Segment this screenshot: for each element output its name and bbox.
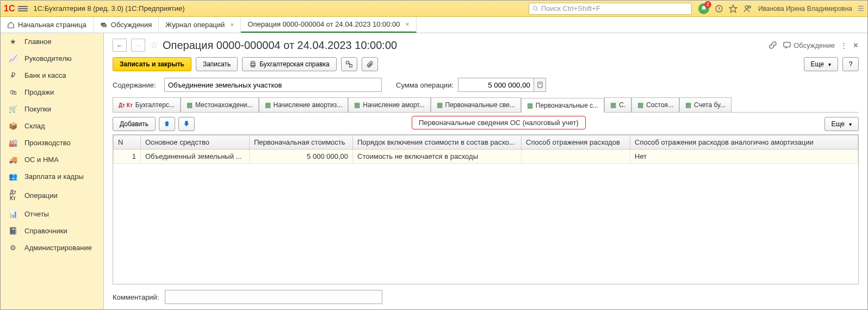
sidebar-item-production[interactable]: 🏭Производство xyxy=(1,134,103,151)
close-icon[interactable]: × xyxy=(230,21,234,29)
sidebar-item-purchases[interactable]: 🛒Покупки xyxy=(1,101,103,117)
more-button[interactable]: Еще▾ xyxy=(804,57,838,71)
doc-tab-accounting[interactable]: Дт КтБухгалтерс... xyxy=(113,97,181,112)
favorite-toggle[interactable]: ☆ xyxy=(150,39,158,51)
user-menu-icon[interactable]: ☰ xyxy=(858,4,864,13)
notifications-button[interactable]: 2 xyxy=(698,3,709,14)
svg-rect-15 xyxy=(538,82,542,88)
discussion-label: Обсуждение xyxy=(793,41,835,49)
schema-button[interactable] xyxy=(341,57,357,71)
chart-icon: 📈 xyxy=(8,54,18,63)
sidebar-item-warehouse[interactable]: 📦Склад xyxy=(1,117,103,134)
callout-tooltip: Первоначальные сведения ОС (налоговый уч… xyxy=(412,116,586,129)
close-button[interactable]: ✕ xyxy=(853,41,859,49)
svg-point-5 xyxy=(748,5,751,8)
menu-icon[interactable] xyxy=(18,5,28,13)
help-button[interactable]: ? xyxy=(842,57,859,71)
doc-tab-initial1[interactable]: ▦Первоначальные све... xyxy=(431,97,521,112)
tab-home[interactable]: Начальная страница xyxy=(1,17,94,33)
col-method[interactable]: Способ отражения расходов xyxy=(522,135,630,150)
print-reference-button[interactable]: Бухгалтерская справка xyxy=(242,57,337,71)
sidebar-item-label: Продажи xyxy=(24,88,54,96)
col-method-like[interactable]: Способ отражения расходов аналогично амо… xyxy=(630,135,858,150)
bars-icon: 📊 xyxy=(8,210,18,218)
sidebar-item-bank[interactable]: ₽Банк и касса xyxy=(1,67,103,84)
tab-operation[interactable]: Операция 0000-000004 от 24.04.2023 10:00… xyxy=(241,17,416,33)
sidebar-item-label: Администрирование xyxy=(24,244,92,252)
svg-line-1 xyxy=(536,9,538,11)
user-name[interactable]: Иванова Ирина Владимировна xyxy=(758,5,852,13)
move-down-button[interactable]: 🡇 xyxy=(178,117,195,131)
attach-button[interactable] xyxy=(362,57,378,71)
calculator-button[interactable] xyxy=(534,78,546,92)
cell-order[interactable]: Стоимость не включается в расходы xyxy=(353,150,522,164)
doc-tab-initial2[interactable]: ▦Первоначальные с... xyxy=(521,98,604,113)
home-icon xyxy=(7,21,15,29)
col-order[interactable]: Порядок включения стоимости в состав рас… xyxy=(353,135,522,150)
sidebar-item-sales[interactable]: 🛍Продажи xyxy=(1,84,103,101)
sidebar-item-payroll[interactable]: 👥Зарплата и кадры xyxy=(1,168,103,185)
chat-icon xyxy=(100,21,108,29)
content-input[interactable] xyxy=(164,78,382,92)
close-icon[interactable]: × xyxy=(406,21,410,28)
history-icon[interactable] xyxy=(715,4,723,13)
tab-label: Счета бу... xyxy=(694,101,726,109)
doc-tab-status[interactable]: ▦Состоя... xyxy=(631,97,679,112)
doc-tab-accounts[interactable]: ▦Счета бу... xyxy=(679,97,731,112)
cell-method-like[interactable]: Нет xyxy=(630,150,858,164)
svg-point-4 xyxy=(745,5,748,8)
forward-button[interactable]: → xyxy=(131,39,145,52)
cell-method[interactable] xyxy=(522,150,630,164)
doc-tab-s[interactable]: ▦С. xyxy=(604,97,631,112)
search-input[interactable]: Поиск Ctrl+Shift+F xyxy=(529,3,692,15)
favorites-icon[interactable] xyxy=(729,4,737,13)
book-icon: 📓 xyxy=(8,227,18,235)
sidebar-item-catalogs[interactable]: 📓Справочники xyxy=(1,222,103,239)
link-icon[interactable] xyxy=(768,41,777,49)
doc-tab-deprec2[interactable]: ▦Начисление аморт... xyxy=(348,97,430,112)
col-n[interactable]: N xyxy=(114,135,141,150)
gear-icon: ⚙ xyxy=(8,244,18,252)
sidebar-item-manager[interactable]: 📈Руководителю xyxy=(1,50,103,67)
tab-label: Операция 0000-000004 от 24.04.2023 10:00… xyxy=(247,20,400,28)
svg-point-0 xyxy=(533,6,537,10)
sidebar-item-operations[interactable]: ДтКтОперации xyxy=(1,185,103,206)
users-icon[interactable] xyxy=(743,4,753,13)
document-tabs: Дт КтБухгалтерс... ▦Местонахождени... ▦Н… xyxy=(113,97,859,113)
sidebar-item-reports[interactable]: 📊Отчеты xyxy=(1,206,103,222)
data-table[interactable]: N Основное средство Первоначальная стоим… xyxy=(113,134,859,284)
move-up-button[interactable]: 🡅 xyxy=(159,117,175,131)
sidebar-item-assets[interactable]: 🚚ОС и НМА xyxy=(1,151,103,168)
sum-input[interactable] xyxy=(458,78,534,92)
sum-label: Сумма операции: xyxy=(396,81,454,89)
back-button[interactable]: ← xyxy=(113,39,127,52)
table-row[interactable]: 1 Объединенный земельный ... 5 000 000,0… xyxy=(114,150,858,164)
save-button[interactable]: Записать xyxy=(196,57,238,71)
svg-rect-8 xyxy=(784,42,790,47)
cell-asset[interactable]: Объединенный земельный ... xyxy=(141,150,250,164)
discussion-button[interactable]: Обсуждение xyxy=(783,41,835,49)
doc-tab-location[interactable]: ▦Местонахождени... xyxy=(181,97,259,112)
sidebar-item-label: Руководителю xyxy=(24,54,72,63)
tab-label: Начисление аморт... xyxy=(363,101,424,109)
doc-tab-deprec1[interactable]: ▦Начисление амортиз... xyxy=(259,97,349,112)
content-label: Содержание: xyxy=(113,81,159,89)
chevron-down-icon: ▾ xyxy=(849,121,852,127)
save-close-button[interactable]: Записать и закрыть xyxy=(113,57,191,71)
printer-icon xyxy=(249,60,257,68)
col-asset[interactable]: Основное средство xyxy=(141,135,250,150)
cell-n[interactable]: 1 xyxy=(114,150,141,164)
more-menu-icon[interactable]: ⋮ xyxy=(840,41,847,49)
col-cost[interactable]: Первоначальная стоимость xyxy=(250,135,353,150)
tab-journal[interactable]: Журнал операций × xyxy=(159,17,241,33)
calculator-icon xyxy=(537,82,543,88)
comment-input[interactable] xyxy=(165,290,382,304)
add-row-button[interactable]: Добавить xyxy=(113,117,156,131)
sidebar-item-admin[interactable]: ⚙Администрирование xyxy=(1,239,103,256)
table-more-button[interactable]: Еще▾ xyxy=(824,117,859,131)
sidebar-item-main[interactable]: ★Главное xyxy=(1,33,103,50)
tab-discussions[interactable]: Обсуждения xyxy=(94,17,159,33)
cell-cost[interactable]: 5 000 000,00 xyxy=(250,150,353,164)
table-icon: ▦ xyxy=(187,101,193,109)
sidebar-item-label: Производство xyxy=(24,139,71,147)
